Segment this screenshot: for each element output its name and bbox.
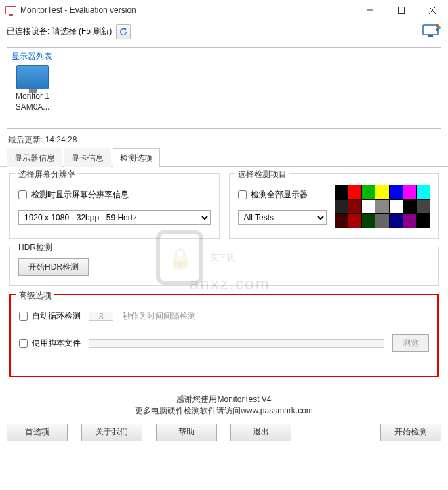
test-all-checkbox[interactable] xyxy=(238,190,247,199)
preferences-button[interactable]: 首选项 xyxy=(7,424,68,441)
start-test-button[interactable]: 开始检测 xyxy=(380,424,441,441)
titlebar: MonitorTest - Evaluation version xyxy=(0,0,448,20)
svg-point-6 xyxy=(436,24,439,27)
monitor-list-frame: 显示器列表 Monitor 1 SAM0A... xyxy=(7,47,441,129)
advanced-legend: 高级选项 xyxy=(16,290,54,302)
tests-select[interactable]: All Tests xyxy=(238,210,327,225)
last-update-time: 14:24:28 xyxy=(45,135,77,144)
close-button[interactable] xyxy=(417,0,448,20)
last-update: 最后更新: 14:24:28 xyxy=(0,131,448,148)
tab-label: 检测选项 xyxy=(120,153,152,163)
monitor-icon xyxy=(16,65,49,89)
auto-loop-label: 自动循环检测 xyxy=(32,310,81,322)
test-pattern-preview xyxy=(335,185,430,228)
browse-button[interactable]: 浏览 xyxy=(392,334,429,352)
test-all-label: 检测全部显示器 xyxy=(251,189,308,201)
btn-label: 关于我们 xyxy=(96,426,128,438)
bottom-bar: 首选项 关于我们 帮助 退出 开始检测 xyxy=(0,421,448,447)
resolution-legend: 选择屏幕分辨率 xyxy=(16,169,78,180)
window-title: MonitorTest - Evaluation version xyxy=(20,5,354,15)
auto-loop-interval-input[interactable] xyxy=(89,312,113,321)
svg-rect-5 xyxy=(428,35,433,37)
monitor-list-title: 显示器列表 xyxy=(12,51,436,62)
svg-rect-4 xyxy=(423,25,438,35)
use-script-label: 使用脚本文件 xyxy=(32,338,81,349)
monitor-label-line1: Monitor 1 xyxy=(12,91,54,102)
test-items-legend: 选择检测项目 xyxy=(235,169,289,180)
connected-device-label: 已连接设备: 请选择 (F5 刷新) xyxy=(7,26,112,37)
svg-rect-1 xyxy=(399,7,405,13)
resolution-select[interactable]: 1920 x 1080 - 32bpp - 59 Hertz xyxy=(18,210,211,225)
last-update-label: 最后更新: xyxy=(8,135,43,144)
tabstrip: 显示器信息 显卡信息 检测选项 xyxy=(0,148,448,167)
tab-label: 显示器信息 xyxy=(14,153,55,163)
test-items-group: 选择检测项目 检测全部显示器 All Tests xyxy=(229,173,439,239)
help-button[interactable]: 帮助 xyxy=(156,424,217,441)
monitor-label-line2: SAM0A... xyxy=(12,102,54,113)
browse-label: 浏览 xyxy=(403,338,419,349)
start-hdr-test-button[interactable]: 开始HDR检测 xyxy=(18,258,89,276)
passmark-logo-icon xyxy=(422,23,441,40)
auto-loop-checkbox[interactable] xyxy=(19,312,28,321)
footer-text: 感谢您使用MonitorTest V4 更多电脑硬件检测软件请访问www.pas… xyxy=(0,392,448,421)
btn-label: 退出 xyxy=(253,426,269,438)
tab-content: 选择屏幕分辨率 检测时显示屏幕分辨率信息 1920 x 1080 - 32bpp… xyxy=(0,167,448,392)
tab-label: 显卡信息 xyxy=(71,153,104,163)
tab-monitor-info[interactable]: 显示器信息 xyxy=(7,148,62,167)
app-icon xyxy=(5,6,16,14)
hdr-group: HDR检测 开始HDR检测 xyxy=(9,247,439,286)
hdr-legend: HDR检测 xyxy=(16,242,55,253)
toolbar: 已连接设备: 请选择 (F5 刷新) xyxy=(0,20,448,43)
maximize-button[interactable] xyxy=(386,0,417,20)
tab-gpu-info[interactable]: 显卡信息 xyxy=(64,148,111,167)
refresh-button[interactable] xyxy=(116,24,131,39)
btn-label: 开始检测 xyxy=(394,426,427,438)
tab-test-options[interactable]: 检测选项 xyxy=(113,148,160,167)
exit-button[interactable]: 退出 xyxy=(230,424,291,441)
resolution-group: 选择屏幕分辨率 检测时显示屏幕分辨率信息 1920 x 1080 - 32bpp… xyxy=(9,173,220,239)
btn-label: 帮助 xyxy=(178,426,195,438)
svg-point-7 xyxy=(438,26,441,29)
monitor-list-item[interactable]: Monitor 1 SAM0A... xyxy=(12,65,54,113)
auto-loop-hint: 秒作为时间间隔检测 xyxy=(123,310,196,322)
btn-label: 首选项 xyxy=(25,426,49,438)
about-button[interactable]: 关于我们 xyxy=(81,424,142,441)
minimize-button[interactable] xyxy=(354,0,386,20)
footer-link[interactable]: www.passmark.com xyxy=(241,406,313,415)
footer-line1: 感谢您使用MonitorTest V4 xyxy=(0,394,448,405)
footer-line2-prefix: 更多电脑硬件检测软件请访问 xyxy=(135,406,241,415)
show-resolution-checkbox-line[interactable]: 检测时显示屏幕分辨率信息 xyxy=(18,189,211,201)
advanced-options-group: 高级选项 自动循环检测 秒作为时间间隔检测 使用脚本文件 浏览 xyxy=(9,294,439,377)
show-resolution-label: 检测时显示屏幕分辨率信息 xyxy=(31,189,129,201)
start-hdr-label: 开始HDR检测 xyxy=(28,262,79,273)
script-path-input[interactable] xyxy=(89,339,384,348)
use-script-checkbox[interactable] xyxy=(19,339,28,348)
test-all-checkbox-line[interactable]: 检测全部显示器 xyxy=(238,189,327,201)
show-resolution-checkbox[interactable] xyxy=(18,190,27,199)
svg-point-8 xyxy=(436,28,439,31)
